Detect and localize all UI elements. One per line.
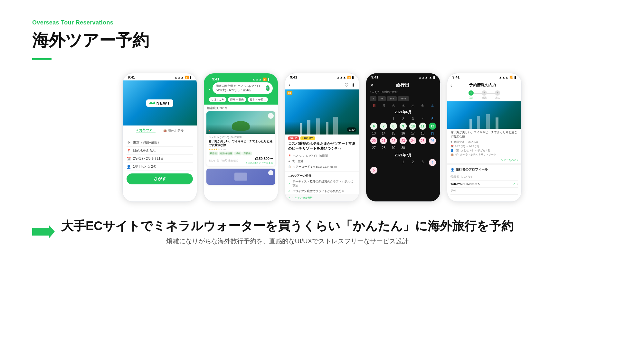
- day-6[interactable]: 6: [370, 123, 377, 130]
- wifi-icon: 📶: [185, 76, 189, 79]
- favorite-icon[interactable]: ♡: [268, 113, 274, 119]
- tab-overseas-hotel[interactable]: 🏨 海外ホテル: [163, 128, 184, 133]
- day-20[interactable]: 20: [370, 137, 377, 144]
- phone-booking: 9:41 ▲▲▲ 📶 ▮ ‹ 予約情報の入力 1 入力: [447, 73, 522, 202]
- search-button[interactable]: さがす: [127, 173, 193, 184]
- close-icon[interactable]: ✕: [370, 83, 374, 88]
- code-info: 📋 ツアーコード：A-BCD-1234-5678: [285, 164, 359, 170]
- step-line-1: [474, 93, 482, 94]
- month-june: 2021年6月: [369, 110, 437, 115]
- signal-icon: ▲▲▲: [174, 76, 184, 79]
- tag-charter: 航空便: [209, 152, 218, 155]
- tag-direct: 往路 午後発: [219, 152, 233, 155]
- wifi-icon: ▲: [429, 76, 432, 79]
- result-card-1[interactable]: ♡ 📍 ホノルル (ハワイ) | 5-10泊間 青い海が美しい、ワイキキビーチで…: [206, 111, 275, 166]
- day-22[interactable]: 22: [390, 137, 397, 144]
- features-title: このツアーの特徴: [288, 174, 356, 178]
- day-24[interactable]: 24: [409, 137, 416, 144]
- day-23[interactable]: 23: [400, 137, 407, 144]
- signal-icon: ▲▲▲: [499, 76, 508, 79]
- person-icon: 👤: [127, 165, 131, 169]
- location-icon-3: 📍: [288, 154, 291, 157]
- traveler-gender-row: 男性: [450, 188, 518, 195]
- signal-icon: ▲▲▲: [336, 76, 346, 79]
- check-icon-2: ✓: [288, 190, 291, 193]
- traveler-name-row[interactable]: TAKAYA SHINOZUKA ✓ ›: [450, 181, 518, 188]
- battery-icon: ▮: [433, 76, 435, 79]
- step-circle-1: 1: [469, 90, 474, 96]
- phones-row: 9:41 ▲▲▲ 📶 ▮ NEWT ✈ 海外ツアー �: [32, 73, 612, 202]
- week-3: 13141516171819: [369, 130, 437, 136]
- calendar-icon-5: 📅: [450, 145, 454, 148]
- back-icon-3[interactable]: ‹: [289, 82, 290, 88]
- day-7[interactable]: 7: [380, 123, 387, 130]
- wifi-icon: 📶: [263, 78, 267, 81]
- departure-row: ✈ 東京（羽田+成田）: [127, 139, 193, 147]
- price-chip-1[interactable]: ¥: [370, 96, 376, 101]
- filter-row: しぼりこみ 帰り→ 夜発 行き→ 午前...: [207, 97, 275, 102]
- luxury-badge: LUXURY: [300, 136, 315, 140]
- search-icon: 🔍: [266, 85, 270, 91]
- week-5: 27281030---: [369, 145, 437, 151]
- filter-outbound[interactable]: 行き→ 午前...: [248, 97, 268, 102]
- day-21[interactable]: 21: [380, 137, 387, 144]
- section-title: 👤 旅行者のプロフィール: [450, 167, 518, 172]
- traveler-role: 代表者（おとな）: [450, 175, 474, 179]
- week-4: 20212223242526: [369, 137, 437, 144]
- phone1-tabs: ✈ 海外ツアー 🏨 海外ホテル: [123, 125, 197, 136]
- rating-row: ★★★★☆ 200+: [209, 148, 273, 151]
- plane-icon-5: ✈: [450, 141, 453, 144]
- tab-overseas-tour[interactable]: ✈ 海外ツアー: [136, 128, 156, 133]
- features-section: このツアーの特徴 ✓ アーティスト監修の新鋭賞のクラフトホテルに宿泊 ✓ ハワイ…: [285, 174, 359, 194]
- dow-fri: 金: [418, 104, 427, 108]
- subtitle: Overseas Tour Reservations: [32, 19, 612, 26]
- dow-row: 日 月 火 水 木 金 土: [369, 104, 437, 108]
- favorite-icon-2[interactable]: ♡: [268, 170, 273, 175]
- signal-icon: ▲▲▲: [418, 76, 428, 79]
- status-bar-5: 9:41 ▲▲▲ 📶 ▮: [447, 73, 521, 80]
- phone-calendar: 9:41 ▲▲▲ ▲ ▮ ✕ 旅行日 1人あたりの旅行代金 ¥ ¥¥ ¥¥¥ ¥…: [366, 73, 440, 202]
- day-10[interactable]: 10: [409, 123, 416, 130]
- day-25[interactable]: 25: [419, 137, 426, 144]
- back-icon[interactable]: ‹: [209, 87, 211, 92]
- points: ● 10,000ポイント〜 たまる: [245, 161, 273, 164]
- tour-image: [447, 101, 521, 129]
- day-july-5[interactable]: 5: [370, 167, 377, 174]
- gender-label: 男性: [450, 189, 456, 193]
- see-tour-button[interactable]: ツアーをみる ›: [447, 157, 521, 163]
- card-description: 青い海が美しい、ワイキキビーチでまったりと過ごす贅沢な旅: [209, 140, 273, 147]
- day-july-4[interactable]: 4: [429, 159, 436, 166]
- hotel-row: 🏨 ザ・カハラ・ホテル＆リリトソート: [450, 153, 518, 157]
- dow-tue: 火: [389, 104, 398, 108]
- result-card-2[interactable]: ♡: [206, 169, 275, 185]
- price: ¥150,800〜: [245, 156, 273, 161]
- calendar: 日 月 火 水 木 金 土 2021年6月 --12345 6789101112: [366, 104, 440, 174]
- phone1-hero: NEWT: [123, 80, 197, 125]
- battery-icon: ▮: [268, 78, 270, 81]
- price-chip-3[interactable]: ¥¥¥: [387, 96, 396, 101]
- filter-narrow[interactable]: しぼりこみ: [209, 97, 226, 102]
- day-26[interactable]: 26: [429, 137, 436, 144]
- filter-return[interactable]: 帰り→ 夜発: [228, 97, 246, 102]
- phone-search: 9:41 ▲▲▲ 📶 ▮ NEWT ✈ 海外ツアー �: [122, 73, 197, 202]
- dow-mon: 月: [379, 104, 389, 108]
- cancel-check-icon: ✓: [288, 196, 290, 199]
- share-icon[interactable]: ⬆: [351, 82, 355, 88]
- day-12[interactable]: 12: [429, 123, 436, 130]
- battery-icon: ▮: [352, 76, 354, 79]
- step-circle-2: 2: [482, 90, 487, 96]
- card-image: ♡ 📍: [206, 111, 275, 134]
- price-chip-4[interactable]: ¥¥¥¥: [398, 96, 409, 101]
- step-payment: 3 支払: [495, 90, 500, 99]
- price-chip-2[interactable]: ¥¥: [378, 96, 386, 101]
- destination-row: 📍 目的地をえらぶ: [127, 147, 193, 155]
- search-bar[interactable]: 関西国際空港 ⇔ ホノルル(ハワイ) 6/22(土)・6/27(日), 1室 4…: [213, 82, 273, 94]
- day-11[interactable]: 11: [419, 123, 426, 130]
- day-9[interactable]: 9: [400, 123, 407, 130]
- heart-icon[interactable]: ♡: [345, 82, 349, 88]
- result-count: 検索航便 200件: [204, 105, 278, 111]
- day-8[interactable]: 8: [390, 123, 397, 130]
- traveler-label-row: 代表者（おとな）: [450, 173, 518, 181]
- step-circle-3: 3: [495, 90, 500, 96]
- tour-info: ✈ 成田空港 → ホノルル 📅 6/22 (水) → 6/27 (日) 👤 1室…: [447, 139, 521, 157]
